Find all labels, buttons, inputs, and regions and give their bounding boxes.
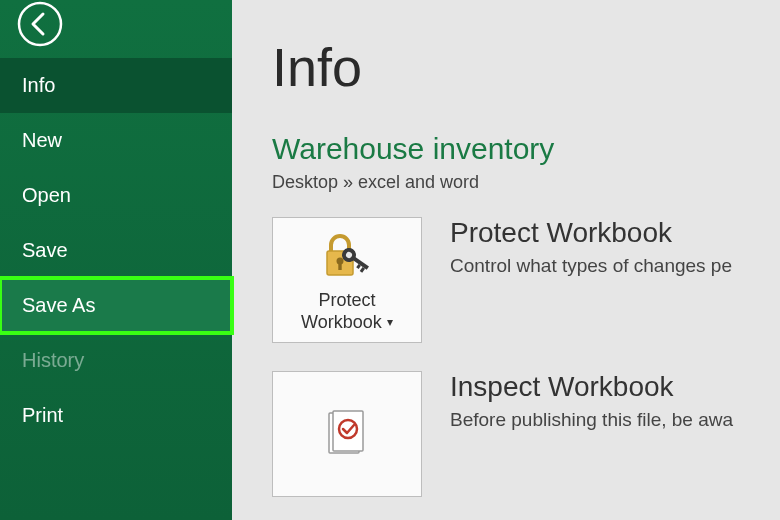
back-arrow-icon: [16, 0, 64, 52]
main-panel: Info Warehouse inventory Desktop » excel…: [232, 0, 780, 520]
inspect-text: Inspect Workbook Before publishing this …: [450, 371, 733, 431]
svg-point-0: [19, 3, 61, 45]
sidebar-item-history[interactable]: History: [0, 333, 232, 388]
lock-key-icon: [319, 229, 375, 283]
sidebar-item-label: Info: [22, 74, 55, 96]
protect-button-label: Protect Workbook ▾: [279, 289, 415, 334]
protect-text: Protect Workbook Control what types of c…: [450, 217, 732, 277]
sidebar-item-label: Open: [22, 184, 71, 206]
page-title: Info: [272, 36, 780, 98]
inspect-section: Inspect Workbook Before publishing this …: [272, 371, 780, 497]
protect-title: Protect Workbook: [450, 217, 732, 249]
protect-workbook-button[interactable]: Protect Workbook ▾: [272, 217, 422, 343]
sidebar-item-new[interactable]: New: [0, 113, 232, 168]
inspect-title: Inspect Workbook: [450, 371, 733, 403]
sidebar-item-label: New: [22, 129, 62, 151]
protect-desc: Control what types of changes pe: [450, 255, 732, 277]
sidebar-item-print[interactable]: Print: [0, 388, 232, 443]
document-title: Warehouse inventory: [272, 132, 780, 166]
check-issues-button[interactable]: [272, 371, 422, 497]
sidebar-item-label: Print: [22, 404, 63, 426]
backstage-sidebar: Info New Open Save Save As History Print: [0, 0, 232, 520]
sidebar-item-label: Save As: [22, 294, 95, 316]
dropdown-caret-icon: ▾: [384, 315, 393, 329]
sidebar-item-save[interactable]: Save: [0, 223, 232, 278]
sidebar-item-open[interactable]: Open: [0, 168, 232, 223]
inspect-desc: Before publishing this file, be awa: [450, 409, 733, 431]
sidebar-item-info[interactable]: Info: [0, 58, 232, 113]
sidebar-item-label: Save: [22, 239, 68, 261]
app-frame: Info New Open Save Save As History Print…: [0, 0, 780, 520]
svg-rect-6: [352, 256, 369, 270]
protect-section: Protect Workbook ▾ Protect Workbook Cont…: [272, 217, 780, 343]
svg-rect-3: [338, 262, 341, 270]
back-button[interactable]: [14, 0, 66, 52]
document-path-breadcrumb: Desktop » excel and word: [272, 172, 780, 193]
sidebar-item-label: History: [22, 349, 84, 371]
document-check-icon: [323, 405, 371, 459]
sidebar-item-save-as[interactable]: Save As: [0, 278, 232, 333]
